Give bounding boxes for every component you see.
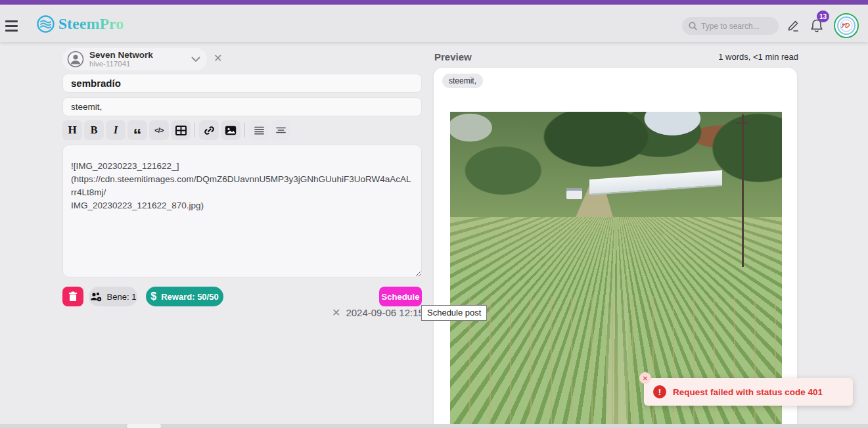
heading-button[interactable]: H <box>62 120 82 140</box>
app-header: SteemPro 13 <box>0 5 868 42</box>
schedule-button[interactable]: Schedule <box>379 287 422 306</box>
italic-icon: I <box>114 124 118 136</box>
post-title-input[interactable] <box>62 74 422 93</box>
trash-icon <box>68 291 78 302</box>
preview-card: steemit, <box>434 68 797 428</box>
image-button[interactable] <box>221 120 240 140</box>
dollar-icon: $ <box>150 291 156 302</box>
reward-label: Reward: 50/50 <box>161 292 218 302</box>
schedule-datetime-row: ✕ 2024-09-06 12:15:1 <box>332 307 432 318</box>
chevron-down-icon <box>191 57 200 62</box>
link-icon <box>204 125 215 136</box>
code-icon: </> <box>154 126 164 134</box>
community-id: hive-117041 <box>89 60 191 68</box>
user-avatar[interactable] <box>834 13 859 38</box>
error-toast: ! Request failed with status code 401 <box>644 378 853 406</box>
formatting-toolbar: H B I “ </> <box>62 120 290 140</box>
word-count-meta: 1 words, <1 min read <box>718 52 798 62</box>
community-texts: Seven Network hive-117041 <box>89 51 191 68</box>
logo-text: SteemPro <box>58 15 124 33</box>
table-button[interactable] <box>171 120 191 140</box>
schedule-tooltip: Schedule post <box>421 305 487 321</box>
post-body-textarea[interactable]: ![IMG_20230223_121622_] (https://cdn.ste… <box>62 145 422 277</box>
clear-schedule-icon[interactable]: ✕ <box>332 308 340 318</box>
steempro-logo-icon <box>37 15 55 33</box>
notification-count-badge: 13 <box>817 11 829 22</box>
toolbar-divider <box>194 123 195 137</box>
delete-draft-button[interactable] <box>62 287 83 306</box>
compose-pencil-icon[interactable] <box>787 19 800 32</box>
bold-button[interactable]: B <box>84 120 104 140</box>
toast-close-icon[interactable]: ✕ <box>639 372 651 384</box>
code-button[interactable]: </> <box>149 120 169 140</box>
photo-stakes <box>450 297 782 428</box>
align-justify-button[interactable] <box>249 120 269 140</box>
align-center-icon <box>276 126 286 135</box>
reward-button[interactable]: $ Reward: 50/50 <box>146 287 223 306</box>
search-input[interactable] <box>701 22 773 31</box>
bold-icon: B <box>91 124 98 136</box>
beneficiaries-button[interactable]: Bene: 1 <box>89 287 137 306</box>
preview-tag-chip: steemit, <box>442 74 483 88</box>
hamburger-menu-icon[interactable] <box>5 18 22 33</box>
beneficiaries-label: Bene: 1 <box>107 292 137 302</box>
toolbar-divider <box>244 123 245 137</box>
horizontal-scrollbar-track[interactable] <box>0 424 868 428</box>
community-avatar-icon <box>67 51 84 68</box>
community-selector[interactable]: Seven Network hive-117041 <box>62 48 207 70</box>
blockquote-button[interactable]: “ <box>127 120 147 140</box>
steempro-logo[interactable]: SteemPro <box>37 15 124 33</box>
schedule-datetime-value[interactable]: 2024-09-06 12:15:1 <box>346 307 432 318</box>
photo-trees <box>450 112 782 225</box>
app-window: SteemPro 13 <box>0 0 868 428</box>
photo-pole <box>742 114 744 267</box>
table-icon <box>175 126 187 135</box>
beneficiaries-icon <box>90 292 103 302</box>
align-justify-icon <box>254 126 264 135</box>
heading-icon: H <box>68 124 76 137</box>
photo-pole-crossbar <box>736 122 748 124</box>
link-button[interactable] <box>199 120 219 140</box>
horizontal-scrollbar-thumb[interactable] <box>127 424 161 428</box>
align-center-button[interactable] <box>271 120 290 140</box>
italic-button[interactable]: I <box>106 120 126 140</box>
close-community-icon[interactable]: ✕ <box>214 53 222 64</box>
post-tags-input[interactable] <box>62 97 422 116</box>
preview-heading: Preview <box>434 51 472 62</box>
schedule-label: Schedule <box>382 292 420 302</box>
photo-truck <box>566 188 582 199</box>
image-icon <box>225 126 237 135</box>
community-name: Seven Network <box>89 51 191 60</box>
error-icon: ! <box>653 385 666 398</box>
search-box[interactable] <box>682 17 779 35</box>
error-message: Request failed with status code 401 <box>673 387 823 397</box>
search-icon <box>689 22 697 30</box>
accent-strip <box>0 0 868 5</box>
